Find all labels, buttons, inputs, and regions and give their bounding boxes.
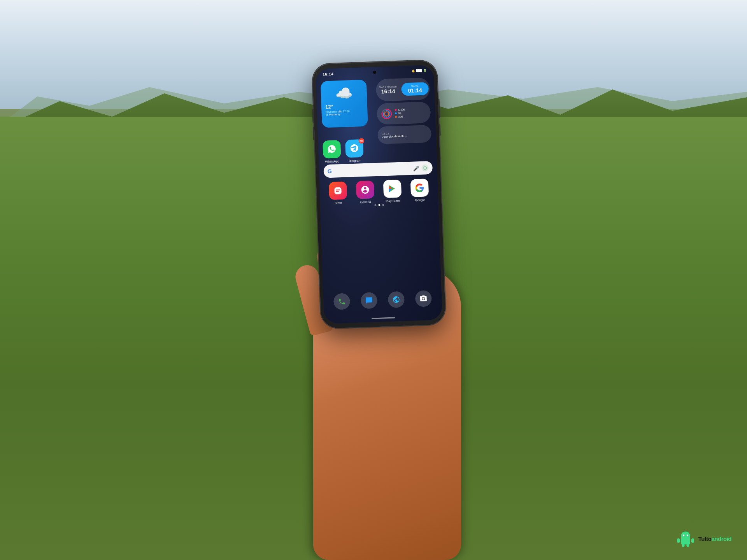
svg-point-9: [687, 535, 688, 536]
galleria-label: Galleria: [360, 200, 371, 204]
playstore-icon: [383, 180, 402, 198]
watermark-text: Tuttoandroid: [698, 536, 731, 542]
status-time: 16:14: [323, 72, 333, 76]
google-app[interactable]: Google: [410, 178, 429, 202]
lens-icon[interactable]: ⬡: [421, 164, 429, 172]
status-icons: 🔔 ▊▊▊ 🔋: [412, 69, 427, 72]
page-dots: [374, 204, 384, 206]
browser-dock-icon[interactable]: [388, 291, 405, 308]
tuttandroid-logo: [676, 529, 695, 548]
svg-rect-13: [691, 538, 694, 543]
google-label: Google: [415, 198, 425, 202]
svg-point-8: [683, 535, 684, 536]
vol-up-button: [312, 109, 314, 122]
signal-icon: ▊▊▊: [416, 69, 422, 73]
telegram-badge: 260: [359, 138, 364, 144]
health-dot-2: [395, 112, 397, 114]
weather-widget[interactable]: ☁️ 12° Tramonto alle 17:26 @ Monterey: [321, 80, 368, 128]
clock-widget[interactable]: San Francisco 16:14 Roma 01:14: [376, 77, 430, 102]
clock-city-rome: Roma 01:14: [401, 82, 429, 96]
svg-rect-7: [681, 538, 690, 544]
galleria-icon: [356, 180, 375, 199]
google-g-logo: G: [328, 168, 332, 174]
health-dot-3: [395, 116, 397, 118]
page-dot-2: [378, 204, 380, 206]
weather-cloud-icon: ☁️: [324, 86, 363, 101]
weather-temperature: 12°: [325, 103, 363, 110]
messages-dock-icon[interactable]: [361, 292, 377, 309]
health-values: 5.409 59 206: [395, 108, 405, 118]
health-val-3: 206: [395, 115, 405, 118]
watermark-text-wrap: Tuttoandroid: [698, 536, 731, 542]
vol-down-button: [313, 126, 315, 140]
phone-dock-icon[interactable]: [333, 293, 350, 310]
dock-apps-row: Store Galleria: [324, 178, 434, 205]
bottom-dock: [328, 287, 438, 313]
battery-icon: 🔋: [423, 69, 427, 72]
notification-icon: 🔔: [412, 69, 415, 72]
whatsapp-label: WhatsApp: [325, 159, 339, 163]
phone-body: 16:14 🔔 ▊▊▊ 🔋 ☁️ 12° Tramonto alle 17:26…: [312, 60, 446, 329]
whatsapp-icon: [323, 140, 341, 159]
messaging-apps-row: WhatsApp 260 Telegram: [323, 137, 432, 164]
search-spacer: [334, 168, 411, 171]
phone-screen: 16:14 🔔 ▊▊▊ 🔋 ☁️ 12° Tramonto alle 17:26…: [316, 65, 443, 324]
mic-icon[interactable]: 🎤: [413, 165, 419, 172]
store-label: Store: [335, 201, 342, 205]
svg-point-5: [384, 112, 389, 116]
google-icon: [410, 178, 429, 197]
clock-city-sf: San Francisco 16:14: [376, 83, 400, 97]
whatsapp-app[interactable]: WhatsApp: [323, 140, 341, 164]
telegram-app[interactable]: 260 Telegram: [345, 139, 364, 163]
city-sf-time: 16:14: [377, 88, 399, 95]
page-dot-1: [374, 204, 376, 206]
page-dot-3: [382, 204, 384, 206]
playstore-label: Play Store: [386, 199, 400, 203]
telegram-label: Telegram: [348, 159, 361, 163]
playstore-app[interactable]: Play Store: [383, 180, 402, 203]
city-rome-time: 01:14: [404, 87, 426, 94]
health-widget[interactable]: 5.409 59 206: [377, 102, 431, 125]
store-app[interactable]: Store: [329, 182, 347, 205]
svg-rect-14: [682, 544, 684, 547]
svg-rect-15: [686, 544, 689, 547]
galleria-app[interactable]: Galleria: [356, 180, 375, 204]
camera-dock-icon[interactable]: [415, 290, 432, 307]
health-val-2: 59: [395, 112, 405, 115]
store-icon: [329, 182, 347, 200]
health-rings-icon: [381, 108, 393, 120]
health-val-1: 5.409: [395, 108, 405, 111]
svg-rect-12: [677, 538, 680, 543]
health-dot-1: [395, 109, 396, 111]
watermark: Tuttoandroid: [676, 529, 731, 548]
